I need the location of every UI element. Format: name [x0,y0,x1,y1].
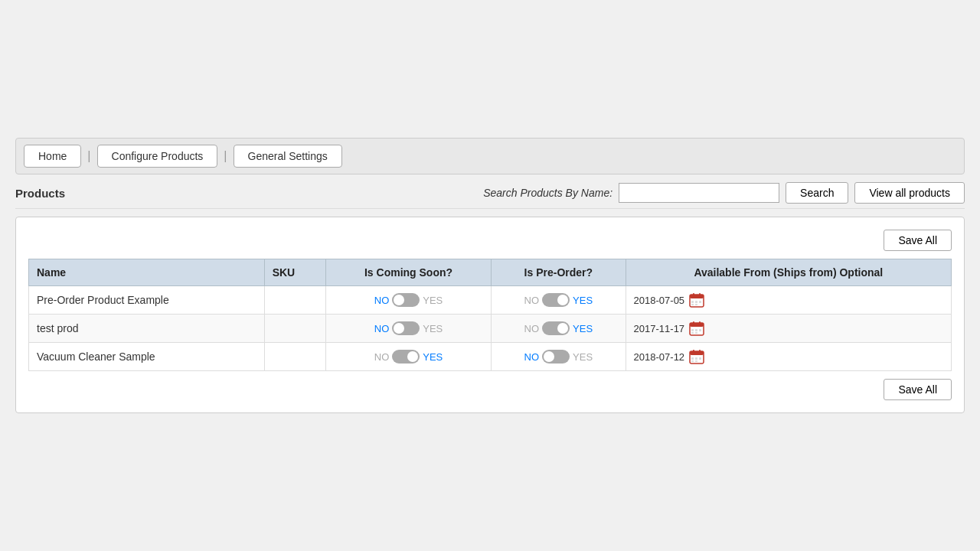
nav-bar: Home | Configure Products | General Sett… [15,138,965,174]
table-header-row: Name SKU Is Coming Soon? Is Pre-Order? A… [29,259,952,286]
toggle-group[interactable]: NO YES [374,321,443,335]
view-all-products-button[interactable]: View all products [854,182,965,204]
toggle-switch[interactable] [392,293,420,307]
toggle-knob [544,351,554,362]
toggle-knob [557,295,568,305]
svg-rect-2 [693,293,694,296]
cell-sku [264,343,325,371]
nav-home[interactable]: Home [24,145,81,168]
date-value: 2017-11-17 [634,323,685,334]
nav-general-settings[interactable]: General Settings [234,145,342,168]
svg-rect-26 [695,360,697,362]
products-header: Products Search Products By Name: Search… [15,174,965,209]
toggle-yes-label: YES [423,351,443,363]
svg-rect-17 [695,332,697,334]
toggle-switch[interactable] [392,350,420,364]
table-row: Vacuum Cleaner Sample NO YES NO YES 2018… [29,343,952,371]
cell-pre-order[interactable]: NO YES [492,315,626,343]
svg-rect-15 [699,329,701,331]
save-all-bottom-button[interactable]: Save All [884,379,952,400]
top-save-all-row: Save All [28,230,952,251]
svg-rect-21 [699,350,701,353]
toggle-yes-label: YES [423,295,443,306]
calendar-icon[interactable] [689,321,704,336]
search-input[interactable] [619,183,779,203]
cell-pre-order[interactable]: NO YES [492,343,626,371]
cell-name: Pre-Order Product Example [29,286,265,315]
toggle-group[interactable]: NO YES [374,293,443,307]
svg-rect-22 [691,357,694,360]
toggle-knob [557,323,568,334]
cell-name: test prod [29,315,265,343]
col-header-coming-soon: Is Coming Soon? [325,259,491,286]
cell-available-from: 2018-07-05 [626,286,951,315]
svg-rect-20 [693,350,694,353]
calendar-icon[interactable] [689,292,704,308]
cell-coming-soon[interactable]: NO YES [325,343,491,371]
svg-rect-12 [699,321,701,324]
svg-rect-3 [699,293,701,296]
table-row: Pre-Order Product Example NO YES NO YES … [29,286,952,315]
toggle-no-label: NO [374,351,390,363]
toggle-no-label: NO [524,295,540,306]
svg-rect-13 [691,329,694,331]
save-all-top-button[interactable]: Save All [884,230,952,251]
toggle-group[interactable]: NO YES [524,321,593,335]
svg-rect-1 [690,295,704,298]
col-header-pre-order: Is Pre-Order? [492,259,626,286]
svg-rect-6 [699,301,701,303]
nav-configure-products[interactable]: Configure Products [97,145,218,168]
bottom-save-all-row: Save All [28,379,952,400]
toggle-switch[interactable] [542,293,570,307]
cell-available-from: 2018-07-12 [626,343,951,371]
svg-rect-19 [690,351,704,355]
toggle-no-label: NO [524,323,540,334]
toggle-switch[interactable] [542,350,570,364]
toggle-group[interactable]: NO YES [524,350,593,364]
col-header-available-from: Available From (Ships from) Optional [626,259,951,286]
toggle-no-label: NO [374,323,390,334]
svg-rect-25 [691,360,694,362]
toggle-yes-label: YES [573,323,593,334]
toggle-no-label: NO [374,295,390,306]
date-value: 2018-07-05 [634,295,685,306]
svg-rect-5 [695,301,697,303]
toggle-group[interactable]: NO YES [524,293,593,307]
toggle-group[interactable]: NO YES [374,350,443,364]
cell-coming-soon[interactable]: NO YES [325,286,491,315]
svg-rect-8 [695,304,697,305]
cell-coming-soon[interactable]: NO YES [325,315,491,343]
col-header-name: Name [29,259,265,286]
products-title: Products [15,187,65,200]
toggle-knob [394,323,404,334]
toggle-knob [394,295,404,305]
nav-separator-1: | [87,149,90,163]
cell-available-from: 2017-11-17 [626,315,951,343]
cell-sku [264,315,325,343]
cell-name: Vacuum Cleaner Sample [29,343,265,371]
nav-separator-2: | [224,149,227,163]
search-label: Search Products By Name: [483,187,612,199]
table-row: test prod NO YES NO YES 2017-11-17 [29,315,952,343]
toggle-switch[interactable] [392,321,420,335]
cell-pre-order[interactable]: NO YES [492,286,626,315]
svg-rect-14 [695,329,697,331]
svg-rect-4 [691,301,694,303]
svg-rect-7 [691,304,694,305]
toggle-yes-label: YES [573,351,593,363]
toggle-no-label: NO [524,351,540,363]
products-table: Name SKU Is Coming Soon? Is Pre-Order? A… [28,259,952,371]
col-header-sku: SKU [264,259,325,286]
svg-rect-11 [693,321,694,324]
toggle-yes-label: YES [573,295,593,306]
content-box: Save All Name SKU Is Coming Soon? Is Pre… [15,217,965,413]
cell-sku [264,286,325,315]
toggle-yes-label: YES [423,323,443,334]
toggle-switch[interactable] [542,321,570,335]
calendar-icon[interactable] [689,349,704,364]
svg-rect-16 [691,332,694,334]
svg-rect-23 [695,357,697,360]
search-button[interactable]: Search [786,182,848,204]
svg-rect-24 [699,357,701,360]
toggle-knob [407,351,418,362]
